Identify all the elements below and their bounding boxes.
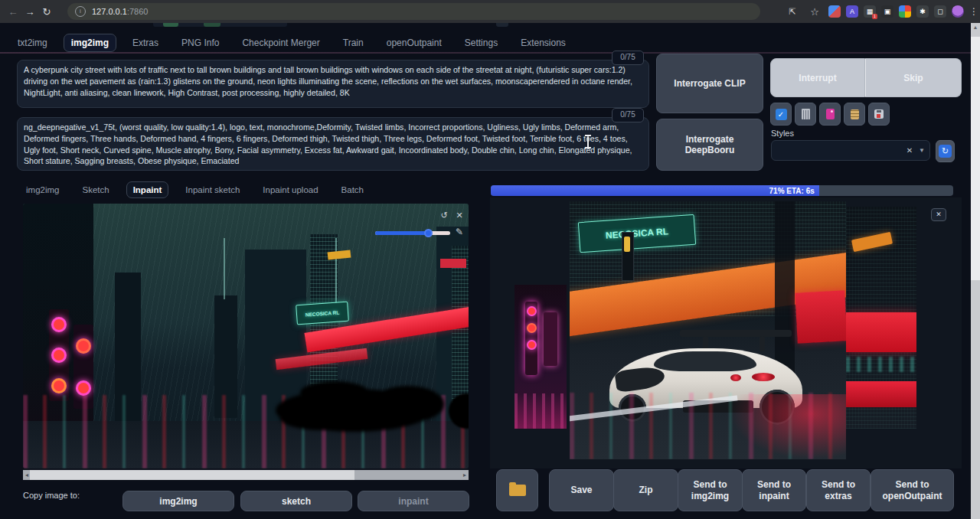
send-to-openoutpaint-button[interactable]: Send to openOutpaint bbox=[871, 469, 954, 511]
output-gallery[interactable]: NECOSICA RL bbox=[490, 197, 962, 468]
open-folder-button[interactable] bbox=[496, 469, 538, 511]
inpaint-canvas[interactable]: NECOSICA RL bbox=[23, 204, 469, 468]
browser-menu-icon[interactable]: ⋮ bbox=[969, 6, 977, 17]
extensions-puzzle-icon[interactable]: ✱ bbox=[916, 5, 929, 18]
tab-extensions[interactable]: Extensions bbox=[514, 34, 573, 51]
stable-diffusion-webui-window: ← → ↻ i 127.0.0.1:7860 ⇱ ☆ A ▦1 ▣ ✱ ◻ ⋮ … bbox=[0, 0, 980, 519]
extension-icon[interactable]: ▣ bbox=[881, 5, 893, 18]
send-to-extras-button[interactable]: Send to extras bbox=[806, 469, 871, 511]
profile-avatar[interactable] bbox=[952, 5, 964, 18]
copy-to-sketch-button[interactable]: sketch bbox=[240, 491, 352, 511]
progress-fill: 71% ETA: 6s bbox=[491, 185, 819, 196]
bookmark-star-icon[interactable]: ☆ bbox=[806, 6, 823, 18]
canvas-horizontal-scrollbar[interactable]: ◂ ▸ bbox=[23, 470, 469, 480]
save-style-button[interactable] bbox=[868, 103, 890, 126]
tab-openoutpaint[interactable]: openOutpaint bbox=[380, 34, 449, 51]
scroll-up-icon[interactable]: ▲ bbox=[971, 24, 980, 30]
mode-tab-img2img[interactable]: img2img bbox=[20, 182, 65, 197]
clear-prompt-button[interactable] bbox=[795, 103, 816, 126]
antenna-tower bbox=[335, 238, 337, 307]
copy-to-inpaint-button[interactable]: inpaint bbox=[358, 491, 469, 511]
refresh-icon: ↻ bbox=[939, 145, 952, 158]
close-gallery-icon[interactable]: ✕ bbox=[931, 208, 946, 221]
extension-icon[interactable] bbox=[899, 5, 911, 18]
red-banner bbox=[795, 290, 846, 343]
copy-to-img2img-button[interactable]: img2img bbox=[122, 491, 234, 511]
trash-icon bbox=[802, 109, 810, 119]
mode-tab-batch[interactable]: Batch bbox=[335, 182, 370, 197]
paste-icon: ✓ bbox=[776, 109, 787, 120]
brush-icon[interactable]: ✎ bbox=[453, 227, 466, 238]
interrogate-clip-button[interactable]: Interrogate CLIP bbox=[656, 54, 763, 113]
red-reflection bbox=[730, 394, 846, 459]
prompt-input[interactable]: A cyberpunk city street with lots of tra… bbox=[17, 60, 649, 108]
interrupt-button[interactable]: Interrupt bbox=[770, 58, 865, 97]
refresh-styles-button[interactable]: ↻ bbox=[936, 140, 955, 162]
extension-icon[interactable]: ◻ bbox=[934, 5, 946, 18]
negative-prompt-input[interactable]: ng_deepnegative_v1_75t, (worst quality, … bbox=[17, 117, 649, 171]
tab-extras[interactable]: Extras bbox=[126, 34, 165, 51]
forward-icon[interactable]: → bbox=[21, 6, 38, 18]
scrollbar-thumb[interactable] bbox=[971, 37, 980, 280]
send-to-inpaint-button[interactable]: Send to inpaint bbox=[742, 469, 806, 511]
app-tab-bar: txt2img img2img Extras PNG Info Checkpoi… bbox=[11, 34, 960, 52]
interrogate-deepbooru-button[interactable]: Interrogate DeepBooru bbox=[656, 119, 763, 171]
save-icon bbox=[874, 109, 884, 119]
tab-divider bbox=[0, 52, 980, 54]
scrolled-fragment bbox=[496, 23, 508, 27]
gallery-image-next[interactable] bbox=[846, 207, 916, 429]
address-bar[interactable]: i 127.0.0.1:7860 bbox=[67, 3, 760, 20]
tab-checkpoint-merger[interactable]: Checkpoint Merger bbox=[235, 34, 326, 51]
extra-networks-button[interactable] bbox=[819, 103, 841, 126]
neon-ring bbox=[51, 378, 67, 393]
site-info-icon[interactable]: i bbox=[75, 6, 86, 17]
mode-tab-inpaint-upload[interactable]: Inpaint upload bbox=[256, 182, 324, 197]
neon-sign-column bbox=[49, 309, 69, 401]
mode-tab-inpaint-sketch[interactable]: Inpaint sketch bbox=[179, 182, 246, 197]
brush-size-fill bbox=[375, 231, 429, 235]
styles-select[interactable]: ✕ ▼ bbox=[771, 140, 930, 161]
copy-image-to-label: Copy image to: bbox=[23, 491, 80, 500]
clear-image-icon[interactable]: ✕ bbox=[453, 210, 466, 221]
clear-selection-icon[interactable]: ✕ bbox=[906, 146, 913, 155]
tab-txt2img[interactable]: txt2img bbox=[11, 34, 54, 51]
scroll-left-icon[interactable]: ◂ bbox=[23, 470, 31, 480]
back-icon[interactable]: ← bbox=[5, 6, 21, 18]
page-scrollbar[interactable]: ▲ bbox=[971, 23, 980, 519]
reload-icon[interactable]: ↻ bbox=[38, 6, 55, 18]
negative-prompt-token-counter: 0/75 bbox=[612, 108, 644, 122]
extension-icon[interactable]: ▦1 bbox=[864, 5, 876, 18]
extension-icon[interactable] bbox=[828, 5, 841, 18]
undo-icon[interactable]: ↺ bbox=[438, 210, 450, 221]
tab-img2img[interactable]: img2img bbox=[64, 34, 116, 52]
browser-toolbar: ← → ↻ i 127.0.0.1:7860 ⇱ ☆ A ▦1 ▣ ✱ ◻ ⋮ bbox=[0, 0, 980, 23]
generation-progress-bar: 71% ETA: 6s bbox=[491, 185, 953, 196]
clipboard-icon bbox=[851, 109, 859, 119]
save-button[interactable]: Save bbox=[549, 469, 614, 511]
tab-png-info[interactable]: PNG Info bbox=[175, 34, 226, 51]
tab-settings[interactable]: Settings bbox=[458, 34, 505, 51]
send-to-img2img-button[interactable]: Send to img2img bbox=[678, 469, 743, 511]
mode-tab-sketch[interactable]: Sketch bbox=[76, 182, 115, 197]
card-icon bbox=[826, 109, 835, 119]
skip-button[interactable]: Skip bbox=[865, 58, 962, 97]
gallery-image-current[interactable]: NECOSICA RL bbox=[570, 201, 846, 459]
scrollbar-thumb[interactable] bbox=[30, 470, 354, 480]
neon-ring bbox=[76, 380, 91, 396]
apply-styles-button[interactable] bbox=[844, 103, 865, 126]
scrolled-fragment bbox=[204, 23, 220, 27]
gallery-image-previous[interactable] bbox=[514, 285, 567, 429]
tab-train[interactable]: Train bbox=[336, 34, 371, 51]
scroll-right-icon[interactable]: ▸ bbox=[461, 470, 469, 480]
prompt-token-counter: 0/75 bbox=[612, 51, 644, 65]
neon-ring bbox=[51, 317, 67, 332]
zip-button[interactable]: Zip bbox=[613, 469, 678, 511]
red-sign bbox=[440, 259, 466, 268]
brush-size-handle[interactable] bbox=[424, 229, 433, 237]
paste-params-button[interactable]: ✓ bbox=[770, 103, 792, 126]
share-icon[interactable]: ⇱ bbox=[784, 7, 801, 17]
mode-tab-inpaint[interactable]: Inpaint bbox=[126, 181, 169, 198]
chevron-down-icon[interactable]: ▼ bbox=[919, 147, 925, 154]
text-cursor bbox=[583, 135, 592, 148]
extension-icon[interactable]: A bbox=[846, 5, 858, 18]
